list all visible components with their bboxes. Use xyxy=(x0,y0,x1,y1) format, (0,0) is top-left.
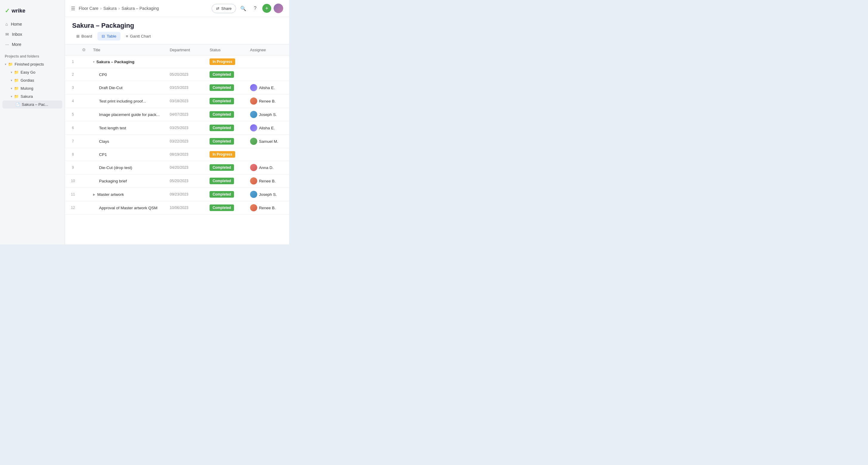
row-assignee: Samuel M. xyxy=(247,135,289,148)
sakura-pac-label: Sakura – Pac... xyxy=(22,102,48,107)
share-label: Share xyxy=(221,6,231,11)
sidebar-item-inbox[interactable]: ✉ Inbox xyxy=(2,29,62,39)
sidebar-item-sakura-packaging[interactable]: 📄 Sakura – Pac... xyxy=(2,100,62,108)
sidebar-item-more[interactable]: ··· More xyxy=(2,39,62,50)
row-title-text: Sakura – Packaging xyxy=(96,60,134,64)
row-dept: 03/25/2023 xyxy=(166,121,206,135)
task-table-container[interactable]: ⚙ Title Department Status Assignee xyxy=(65,44,289,244)
tab-board[interactable]: ⊞ Board xyxy=(72,32,96,40)
document-icon: 📄 xyxy=(16,102,20,107)
row-title-text: Test print including proof... xyxy=(99,99,146,103)
table-row[interactable]: 7 Clays 03/22/2023Completed Samuel M. xyxy=(65,135,289,148)
row-dept: 04/07/2023 xyxy=(166,108,206,121)
assignee-name: Renee B. xyxy=(259,206,276,210)
sidebar-item-sakura[interactable]: ▾ 📁 Sakura xyxy=(2,92,62,100)
col-assignee: Assignee xyxy=(247,44,289,56)
table-row[interactable]: 11 ▶ Master artwork 09/23/2023Completed … xyxy=(65,188,289,201)
row-settings xyxy=(79,188,89,201)
status-badge: Completed xyxy=(210,138,234,145)
assignee-name: Renee B. xyxy=(259,99,276,103)
status-badge: Completed xyxy=(210,164,234,171)
sidebar-item-easygo[interactable]: ▾ 📁 Easy Go xyxy=(2,68,62,76)
tab-table[interactable]: ⊟ Table xyxy=(97,32,120,40)
table-row[interactable]: 2 CP0 05/20/2023Completed xyxy=(65,68,289,81)
row-title-text: Text length test xyxy=(99,126,126,130)
row-dept: 05/20/2023 xyxy=(166,68,206,81)
row-status: Completed xyxy=(206,108,247,121)
home-icon: ⌂ xyxy=(5,22,8,27)
expand-arrow[interactable]: ▾ xyxy=(93,60,94,63)
row-dept: 04/20/2023 xyxy=(166,161,206,175)
breadcrumb: Floor Care › Sakura › Sakura – Packaging xyxy=(79,6,209,11)
breadcrumb-sakura[interactable]: Sakura xyxy=(103,6,117,11)
add-button[interactable]: + xyxy=(262,4,271,13)
row-num: 5 xyxy=(65,108,79,121)
table-row[interactable]: 5 Image placement guide for pack... 04/0… xyxy=(65,108,289,121)
status-badge: Completed xyxy=(210,191,234,197)
sidebar-nav: ⌂ Home ✉ Inbox ··· More xyxy=(0,19,65,50)
expand-arrow[interactable]: ▶ xyxy=(93,193,95,196)
row-settings xyxy=(79,68,89,81)
status-badge: Completed xyxy=(210,178,234,184)
breadcrumb-sep-2: › xyxy=(118,6,120,11)
row-title: Clays xyxy=(89,135,166,148)
sidebar-item-mulong[interactable]: ▾ 📁 Mulong xyxy=(2,84,62,92)
sidebar-item-gordias[interactable]: ▾ 📁 Gordias xyxy=(2,76,62,84)
row-dept: 03/15/2023 xyxy=(166,81,206,94)
sidebar-item-home-label: Home xyxy=(11,22,22,27)
table-row[interactable]: 1 ▾ Sakura – Packaging In Progress xyxy=(65,56,289,68)
assignee-cell: Anna D. xyxy=(250,164,285,171)
menu-icon[interactable]: ☰ xyxy=(71,6,75,11)
table-row[interactable]: 9 Die-Cut (drop test) 04/20/2023Complete… xyxy=(65,161,289,175)
tab-gantt[interactable]: ≡ Gantt Chart xyxy=(122,32,155,40)
row-title: Text length test xyxy=(89,121,166,135)
table-body: 1 ▾ Sakura – Packaging In Progress2 CP0 … xyxy=(65,56,289,215)
folder-icon: 📁 xyxy=(14,86,19,91)
assignee-name: Anna D. xyxy=(259,165,274,170)
assignee-cell: Joseph S. xyxy=(250,111,285,118)
row-title-text: CP0 xyxy=(99,72,107,77)
row-assignee: Renee B. xyxy=(247,201,289,215)
table-row[interactable]: 10 Packaging brief 05/20/2023Completed R… xyxy=(65,175,289,188)
row-dept: 03/18/2023 xyxy=(166,94,206,108)
row-settings xyxy=(79,161,89,175)
help-button[interactable]: ? xyxy=(250,4,260,13)
settings-icon[interactable]: ⚙ xyxy=(82,48,86,52)
tab-gantt-label: Gantt Chart xyxy=(130,34,151,38)
help-icon: ? xyxy=(254,6,257,11)
row-assignee xyxy=(247,68,289,81)
assignee-cell: Alisha E. xyxy=(250,124,285,131)
row-num: 9 xyxy=(65,161,79,175)
share-button[interactable]: ⇄ Share xyxy=(212,4,236,13)
assignee-name: Renee B. xyxy=(259,179,276,183)
row-status: In Progress xyxy=(206,56,247,68)
row-num: 1 xyxy=(65,56,79,68)
row-settings xyxy=(79,121,89,135)
table-row[interactable]: 4 Test print including proof... 03/18/20… xyxy=(65,94,289,108)
row-settings xyxy=(79,108,89,121)
table-row[interactable]: 6 Text length test 03/25/2023Completed A… xyxy=(65,121,289,135)
row-title: Test print including proof... xyxy=(89,94,166,108)
row-num: 3 xyxy=(65,81,79,94)
breadcrumb-packaging[interactable]: Sakura – Packaging xyxy=(122,6,159,11)
sidebar-item-finished-projects[interactable]: ▾ 📁 Finished projects xyxy=(2,60,62,68)
row-dept: 09/23/2023 xyxy=(166,188,206,201)
row-status: Completed xyxy=(206,201,247,215)
row-assignee xyxy=(247,148,289,161)
table-row[interactable]: 8 CP1 08/19/2023In Progress xyxy=(65,148,289,161)
sidebar-item-home[interactable]: ⌂ Home xyxy=(2,19,62,29)
breadcrumb-floor-care[interactable]: Floor Care xyxy=(79,6,98,11)
logo-text: wrike xyxy=(11,8,25,14)
folder-icon: 📁 xyxy=(14,70,19,74)
row-title: Packaging brief xyxy=(89,175,166,188)
assignee-name: Alisha E. xyxy=(259,126,275,130)
status-badge: Completed xyxy=(210,111,234,118)
search-button[interactable]: 🔍 xyxy=(239,4,248,13)
row-dept: 10/06/2023 xyxy=(166,201,206,215)
folder-icon: 📁 xyxy=(8,62,13,66)
assignee-name: Alisha E. xyxy=(259,86,275,90)
avatar[interactable] xyxy=(274,4,283,13)
header-bar: ☰ Floor Care › Sakura › Sakura – Packagi… xyxy=(65,0,289,17)
table-row[interactable]: 12 Approval of Master artwork QSM 10/06/… xyxy=(65,201,289,215)
table-row[interactable]: 3 Draft Die-Cut 03/15/2023Completed Alis… xyxy=(65,81,289,94)
